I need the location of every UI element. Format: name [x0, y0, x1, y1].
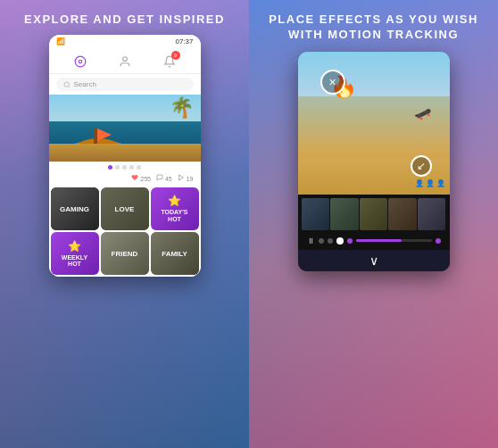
chevron-down-icon[interactable]: ∨ — [369, 253, 378, 268]
grid-cell-family[interactable]: FAMILY + — [151, 232, 199, 275]
weekly-hot-label: WEEKLYHOT — [62, 254, 87, 267]
arrow-icon: ↙ — [417, 160, 426, 172]
family-label: FAMILY — [162, 250, 187, 258]
star-icon-weekly: ⭐ — [68, 240, 81, 253]
timeline-dot-4[interactable] — [347, 238, 353, 244]
timeline-thumb-2[interactable] — [330, 198, 359, 230]
left-panel: EXPLORE AND GET INSPIRED 📶 07:37 — [0, 0, 249, 448]
sky-bg — [298, 52, 450, 96]
timeline-thumb-5[interactable] — [418, 198, 446, 230]
search-icon — [63, 81, 71, 88]
timeline-dot-1[interactable] — [319, 238, 324, 244]
cross-icon: × — [328, 75, 336, 89]
friend-label: FRIEND — [112, 250, 138, 258]
grid-cell-todays-hot[interactable]: ⭐ TODAY'SHOT — [151, 187, 199, 230]
bottom-chevron-bar: ∨ — [298, 250, 450, 271]
palm-tree-icon: 🌴 — [170, 96, 194, 120]
dot-3[interactable] — [122, 165, 127, 170]
love-label: LOVE — [115, 205, 135, 213]
video-timeline: ⏸ — [298, 195, 450, 250]
left-title: EXPLORE AND GET INSPIRED — [24, 12, 225, 26]
phone-mockup: 📶 07:37 9 — [49, 35, 201, 277]
status-bar: 📶 07:37 — [49, 35, 201, 48]
svg-point-3 — [64, 82, 69, 87]
grid-cell-friend[interactable]: FRIEND — [101, 232, 149, 275]
todays-hot-label: TODAY'SHOT — [161, 209, 187, 224]
timeline-dot-3[interactable] — [336, 237, 344, 245]
svg-point-0 — [75, 56, 86, 67]
dot-2[interactable] — [115, 165, 120, 170]
grid-cell-gaming[interactable]: GAMING — [51, 187, 99, 230]
grid-cell-love[interactable]: LOVE — [101, 187, 149, 230]
arrow-overlay-button[interactable]: ↙ — [411, 155, 432, 177]
svg-point-1 — [79, 60, 82, 63]
phone-nav: 9 — [49, 48, 201, 74]
gaming-label: GAMING — [60, 205, 89, 213]
timeline-dot-5[interactable] — [436, 238, 441, 244]
star-icon-today: ⭐ — [168, 195, 181, 207]
timeline-controls: ⏸ — [302, 234, 446, 248]
svg-line-4 — [68, 86, 69, 87]
status-time: 07:37 — [175, 37, 193, 46]
video-editor: 👤👤👤 🔥 🛹 × ↙ — [298, 52, 450, 271]
dot-1[interactable] — [108, 165, 112, 170]
image-dots — [49, 162, 201, 172]
right-title: PLACE EFFECTS AS YOU WISH WITH MOTION TR… — [249, 12, 498, 43]
timeline-progress-bar[interactable] — [356, 239, 432, 242]
timeline-progress-fill — [356, 239, 402, 242]
category-grid: GAMING LOVE ⭐ TODAY'SHOT ⭐ WEEKLYHOT FRI… — [49, 186, 201, 277]
timeline-dot-2[interactable] — [328, 238, 333, 244]
grid-cell-weekly-hot[interactable]: ⭐ WEEKLYHOT — [51, 232, 99, 275]
likes-stat: 255 — [131, 174, 151, 182]
timeline-thumb-4[interactable] — [388, 198, 417, 230]
search-placeholder: Search — [74, 80, 96, 88]
wifi-icon: 📶 — [56, 37, 65, 46]
video-main: 👤👤👤 🔥 🛹 × ↙ — [298, 52, 450, 195]
explore-nav-icon[interactable] — [72, 54, 88, 70]
svg-point-2 — [122, 57, 127, 62]
timeline-strip — [302, 198, 446, 230]
views-stat: 19 — [178, 174, 194, 182]
svg-marker-7 — [178, 175, 183, 180]
sand-bg — [49, 144, 201, 162]
cross-overlay-button[interactable]: × — [320, 70, 345, 95]
timeline-thumb-3[interactable] — [360, 198, 388, 230]
stats-row: 255 45 19 — [49, 172, 201, 186]
skateboarder-figure: 🛹 — [414, 105, 432, 122]
pause-icon[interactable]: ⏸ — [307, 236, 315, 245]
search-bar[interactable]: Search — [56, 78, 194, 91]
hero-image: 🌴 — [49, 95, 201, 162]
right-panel: PLACE EFFECTS AS YOU WISH WITH MOTION TR… — [249, 0, 498, 448]
dot-5[interactable] — [137, 165, 141, 170]
comments-stat: 45 — [156, 174, 172, 182]
search-container: Search — [49, 74, 201, 95]
dot-4[interactable] — [129, 165, 134, 170]
notification-nav-icon[interactable]: 9 — [162, 54, 178, 70]
timeline-thumb-1[interactable] — [302, 198, 330, 230]
beach-people: 👤👤👤 — [415, 179, 445, 187]
notification-badge: 9 — [171, 51, 180, 60]
profile-nav-icon[interactable] — [117, 54, 133, 70]
